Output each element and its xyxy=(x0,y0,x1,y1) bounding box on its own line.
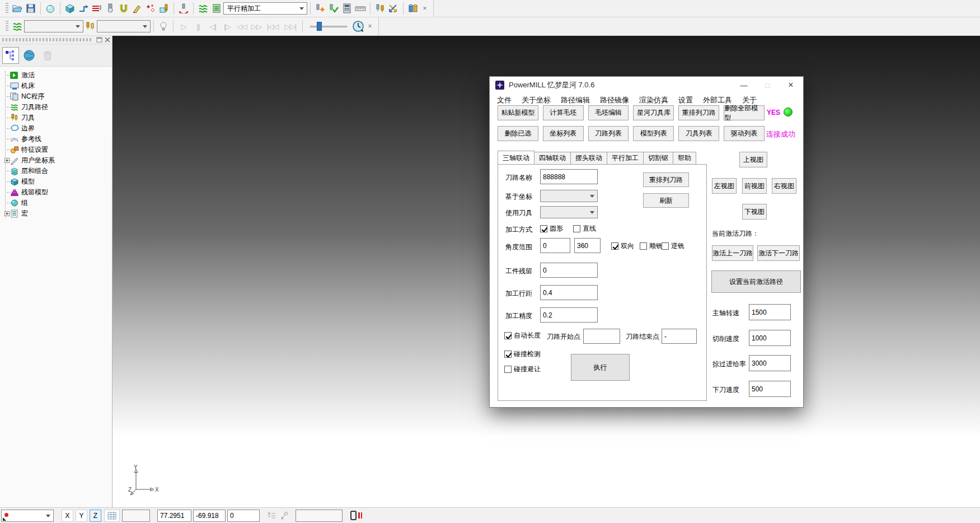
sphere-icon[interactable] xyxy=(44,1,57,16)
tool-check-icon[interactable] xyxy=(327,1,340,16)
collision-avoid-checkbox[interactable]: 碰撞避让 xyxy=(504,365,541,374)
rapid-feed-input[interactable] xyxy=(749,355,791,371)
calculator-icon[interactable] xyxy=(340,1,354,16)
pause-icon[interactable]: || xyxy=(191,22,205,31)
tree-item-machine[interactable]: 机床 xyxy=(2,81,112,91)
delete-all-models-button[interactable]: 删除全部模型 xyxy=(724,105,765,120)
tool-list-button[interactable]: 刀具列表 xyxy=(678,126,719,141)
dialog-titlebar[interactable]: PowerMILL 忆梦星河 7.0.6 — □ × xyxy=(490,77,803,94)
climb-checkbox[interactable]: 顺铣 xyxy=(640,241,663,251)
start-point-input[interactable] xyxy=(583,329,620,344)
tolerance-input[interactable] xyxy=(540,307,598,323)
clock-icon[interactable] xyxy=(351,19,365,34)
save-icon[interactable] xyxy=(24,1,37,16)
tool-pair-icon[interactable] xyxy=(83,19,97,34)
set-active-path-button[interactable]: 设置当前激活路径 xyxy=(711,270,801,293)
expand-plus-icon[interactable] xyxy=(4,158,10,163)
paste-model-button[interactable]: 粘贴新模型 xyxy=(498,105,538,120)
axis-z-button[interactable]: Z xyxy=(90,510,101,522)
refresh-button[interactable]: 刷新 xyxy=(643,193,689,208)
tree-item-stock-models[interactable]: 残留模型 xyxy=(2,187,112,198)
toolpath-list-button[interactable]: 刀路列表 xyxy=(588,126,629,141)
angle-end-input[interactable] xyxy=(574,238,601,253)
view-top-button[interactable]: 上视图 xyxy=(739,152,767,167)
toolpath-wave-icon[interactable] xyxy=(11,19,24,34)
minimize-button[interactable]: — xyxy=(735,77,753,94)
levels-icon[interactable] xyxy=(90,1,104,16)
tool-library-button[interactable]: 星河刀具库 xyxy=(633,105,674,120)
reorder-toolpaths-button[interactable]: 重排列刀路 xyxy=(678,105,719,120)
swap-arrows-icon[interactable] xyxy=(387,1,400,16)
play-icon[interactable]: ▷ xyxy=(176,22,191,31)
grid-button[interactable] xyxy=(104,510,120,522)
tree-item-patterns[interactable]: 参考线 xyxy=(2,134,112,144)
plunge-feed-input[interactable] xyxy=(749,381,791,397)
toolbar-grip[interactable] xyxy=(6,21,8,32)
activate-next-button[interactable]: 激活下一刀路 xyxy=(757,245,800,261)
rewind-icon[interactable]: ◁◁ xyxy=(235,22,249,31)
tree-item-groups[interactable]: 组 xyxy=(2,198,112,208)
coord-base-combobox[interactable] xyxy=(540,190,598,202)
phone-pause-icon[interactable] xyxy=(350,511,362,520)
folder-open-icon[interactable] xyxy=(11,1,24,16)
spindle-speed-input[interactable] xyxy=(749,304,791,320)
tree-item-macros[interactable]: 宏 xyxy=(2,208,112,219)
tab-4axis[interactable]: 四轴联动 xyxy=(534,152,571,164)
tool-select-combobox[interactable] xyxy=(97,20,151,32)
bidirectional-checkbox[interactable]: 双向 xyxy=(611,241,634,251)
tool-crate-icon[interactable] xyxy=(157,1,171,16)
tab-parallel[interactable]: 平行加工 xyxy=(607,152,644,164)
coord-x-field[interactable] xyxy=(157,510,191,522)
panel-close-icon[interactable] xyxy=(105,37,110,43)
expand-plus-icon[interactable] xyxy=(4,211,10,216)
step-back-icon[interactable]: ◁| xyxy=(205,22,220,31)
panel-drag-handle[interactable] xyxy=(2,38,93,41)
toolpath-wave-icon[interactable] xyxy=(196,1,210,16)
skip-end-icon[interactable]: ▷▷| xyxy=(282,22,299,31)
probe-icon[interactable] xyxy=(280,511,290,523)
calc-block-button[interactable]: 计算毛坯 xyxy=(543,105,584,120)
speed-slider[interactable] xyxy=(310,22,347,31)
tree-item-workplanes[interactable]: 用户坐标系 xyxy=(2,155,112,166)
view-right-button[interactable]: 右视图 xyxy=(772,178,796,194)
tree-item-models[interactable]: 模型 xyxy=(2,176,112,187)
coord-y-field[interactable] xyxy=(193,510,226,522)
strategy-list-icon[interactable] xyxy=(210,1,223,16)
lightbulb-icon[interactable] xyxy=(157,19,170,34)
marker-combo[interactable] xyxy=(1,510,54,522)
tree-item-levels-sets[interactable]: 层和组合 xyxy=(2,166,112,176)
activate-prev-button[interactable]: 激活上一刀路 xyxy=(712,245,753,261)
collision-u-icon[interactable] xyxy=(117,1,130,16)
tab-swivel[interactable]: 摆头联动 xyxy=(570,152,607,164)
explorer-trash-tab[interactable] xyxy=(39,47,56,64)
drive-list-button[interactable]: 驱动列表 xyxy=(724,126,765,141)
use-tool-combobox[interactable] xyxy=(540,206,598,218)
explorer-tree-tab[interactable] xyxy=(2,47,19,64)
measure-field[interactable] xyxy=(296,510,343,522)
tool-arc-icon[interactable] xyxy=(177,1,190,16)
toolpath-select-combobox[interactable] xyxy=(24,20,83,32)
toolbar-close-button[interactable]: × xyxy=(365,22,375,30)
panel-float-icon[interactable] xyxy=(96,36,102,43)
conventional-checkbox[interactable]: 逆铣 xyxy=(662,241,684,251)
stepover-input[interactable] xyxy=(540,285,598,300)
toolbar-grip[interactable] xyxy=(6,3,8,14)
coord-list-button[interactable]: 坐标列表 xyxy=(543,126,584,141)
cutting-feed-input[interactable] xyxy=(749,330,791,346)
slider-handle[interactable] xyxy=(317,22,322,31)
block-edit-button[interactable]: 毛坯编辑 xyxy=(588,105,629,120)
points-icon[interactable] xyxy=(144,1,157,16)
mode-line-checkbox[interactable]: 直线 xyxy=(573,224,596,234)
tab-help[interactable]: 帮助 xyxy=(673,152,696,164)
angle-start-input[interactable] xyxy=(540,238,570,253)
reorder-button[interactable]: 重排列刀路 xyxy=(643,172,689,187)
ruler-icon[interactable] xyxy=(354,1,367,16)
view-left-button[interactable]: 左视图 xyxy=(712,178,737,194)
viewport[interactable]: Y X Z PowerMILL 忆梦星河 7.0.6 — □ × 文件 关于坐标… xyxy=(112,36,980,507)
delete-selected-button[interactable]: 删除已选 xyxy=(498,126,538,141)
explorer-globe-tab[interactable] xyxy=(21,47,37,64)
toolbar-close-button[interactable]: × xyxy=(420,4,430,12)
toolpath-name-input[interactable] xyxy=(540,169,598,184)
axis-y-button[interactable]: Y xyxy=(76,510,87,522)
model-list-button[interactable]: 模型列表 xyxy=(633,126,674,141)
